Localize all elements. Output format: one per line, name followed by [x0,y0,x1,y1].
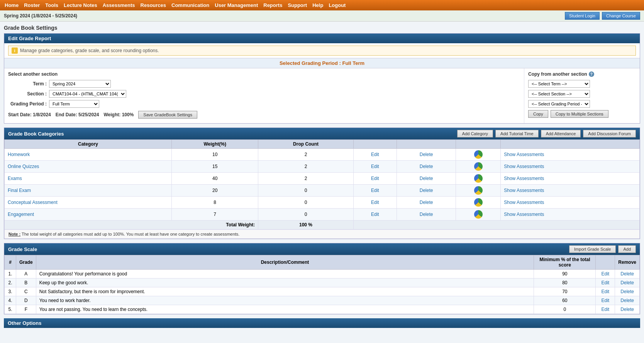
add-grade-button[interactable]: Add [618,245,636,253]
category-name[interactable]: Online Quizzes [8,164,39,169]
term-select[interactable]: Spring 2024 Fall 2023 Summer 2023 [49,80,111,88]
nav-home[interactable]: Home [5,2,19,8]
category-name[interactable]: Conceptual Assessment [8,200,58,205]
grade-delete-link[interactable]: Delete [620,298,634,303]
copy-multiple-button[interactable]: Copy to Multiple Sections [551,110,608,118]
copy-button[interactable]: Copy [528,110,548,118]
category-weight: 8 [172,197,258,209]
category-delete-link[interactable]: Delete [420,164,433,169]
category-edit-link[interactable]: Edit [371,200,379,205]
col-drop-count: Drop Count [258,140,354,149]
copy-term-select[interactable]: <-- Select Term --> [528,80,590,88]
col-delete [397,140,456,149]
table-row: 1. A Congratulations! Your performance i… [5,270,640,278]
save-gradebook-button[interactable]: Save GradeBook Settings [138,111,197,119]
add-tutorial-button[interactable]: Add Tutorial Time [495,130,539,138]
category-name[interactable]: Homework [8,152,30,157]
category-edit-link[interactable]: Edit [371,212,379,217]
category-delete-link[interactable]: Delete [420,152,433,157]
nav-assessments[interactable]: Assessments [103,2,135,8]
show-assessments-link[interactable]: Show Assessments [504,212,544,217]
category-edit-link[interactable]: Edit [371,176,379,181]
pie-chart-icon[interactable] [474,174,483,183]
category-edit-link[interactable]: Edit [371,152,379,157]
pie-chart-icon[interactable] [474,162,483,171]
table-row: Engagement 7 0 Edit Delete Show Assessme… [5,209,640,221]
category-delete-link[interactable]: Delete [420,188,433,193]
category-drop-count: 2 [258,161,354,173]
category-name[interactable]: Engagement [8,212,34,217]
show-assessments-link[interactable]: Show Assessments [504,200,544,205]
grading-period-select[interactable]: Full Term Midterm Final [49,100,99,108]
category-name[interactable]: Final Exam [8,188,31,193]
nav-reports[interactable]: Reports [263,2,282,8]
show-assessments-link[interactable]: Show Assessments [504,164,544,169]
nav-communication[interactable]: Communication [171,2,209,8]
pie-chart-icon[interactable] [474,186,483,195]
copy-section-select[interactable]: <-- Select Section --> [528,90,590,98]
nav-resources[interactable]: Resources [141,2,166,8]
grade-edit-link[interactable]: Edit [601,307,609,312]
grade-scale-table: # Grade Description/Comment Minimum % of… [4,255,640,314]
grade-min-pct: 90 [534,270,596,278]
show-assessments-link[interactable]: Show Assessments [504,176,544,181]
add-attendance-button[interactable]: Add Attendance [541,130,581,138]
grade-min-pct: 80 [534,278,596,287]
help-icon[interactable]: ? [589,71,594,77]
section-select[interactable]: CMAT104-04 - (HTML_CMAT 104(CAU)) [49,90,126,98]
show-assessments-link[interactable]: Show Assessments [504,188,544,193]
other-options-header: Other Options [4,318,640,328]
sub-header: Spring 2024 (1/8/2024 - 5/25/2024) Stude… [0,10,644,22]
grade-delete-link[interactable]: Delete [620,271,634,277]
category-delete-link[interactable]: Delete [420,200,433,205]
category-delete-link[interactable]: Delete [420,176,433,181]
add-category-button[interactable]: Add Category [457,130,493,138]
edit-grade-report-header: Edit Grade Report [4,34,640,43]
grade-delete-link[interactable]: Delete [620,280,634,285]
grade-scale-table-container: # Grade Description/Comment Minimum % of… [4,255,640,314]
category-edit-link[interactable]: Edit [371,188,379,193]
grade-edit-link[interactable]: Edit [601,298,609,303]
nav-lecture-notes[interactable]: Lecture Notes [64,2,97,8]
grade-delete-link[interactable]: Delete [620,289,634,294]
pie-chart-icon[interactable] [474,198,483,207]
student-login-button[interactable]: Student Login [565,12,600,20]
category-edit-link[interactable]: Edit [371,164,379,169]
nav-support[interactable]: Support [288,2,307,8]
show-assessments-link[interactable]: Show Assessments [504,152,544,157]
total-weight-value: 100 % [258,221,354,229]
table-row: Conceptual Assessment 8 0 Edit Delete Sh… [5,197,640,209]
grade-delete-link[interactable]: Delete [620,307,634,312]
grade-edit-link[interactable]: Edit [601,271,609,277]
categories-title: Grade Book Categories [8,131,455,137]
grade-min-pct: 0 [534,305,596,314]
left-section: Select another section Term : Spring 202… [4,68,524,123]
col-description: Description/Comment [36,255,534,270]
nav-help[interactable]: Help [312,2,323,8]
grade-letter: A [16,270,36,278]
pie-chart-icon[interactable] [474,150,483,159]
category-delete-link[interactable]: Delete [420,212,433,217]
pie-chart-icon[interactable] [474,210,483,219]
section-config: Select another section Term : Spring 202… [4,68,640,123]
nav-logout[interactable]: Logout [329,2,346,8]
grade-description: Keep up the good work. [36,278,534,287]
info-note: i Manage grade categories, grade scale, … [8,46,636,56]
nav-tools[interactable]: Tools [45,2,58,8]
category-drop-count: 0 [258,185,354,197]
change-course-button[interactable]: Change Course [602,12,640,20]
nav-user-management[interactable]: User Management [215,2,258,8]
grade-num: 5. [5,305,16,314]
end-date: End Date: 5/25/2024 [56,112,99,117]
category-name[interactable]: Exams [8,176,22,181]
grade-scale-title: Grade Scale [8,246,567,252]
add-discussion-button[interactable]: Add Discussion Forum [583,130,636,138]
copy-grading-select[interactable]: <-- Select Grading Period --> [528,100,590,108]
grade-num: 1. [5,270,16,278]
grade-edit-link[interactable]: Edit [601,289,609,294]
page-content: Grade Book Settings Edit Grade Report i … [0,22,644,331]
grade-description: You are not passing. You need to learn t… [36,305,534,314]
nav-roster[interactable]: Roster [24,2,40,8]
grade-edit-link[interactable]: Edit [601,280,609,285]
import-grade-scale-button[interactable]: Import Grade Scale [569,245,616,253]
